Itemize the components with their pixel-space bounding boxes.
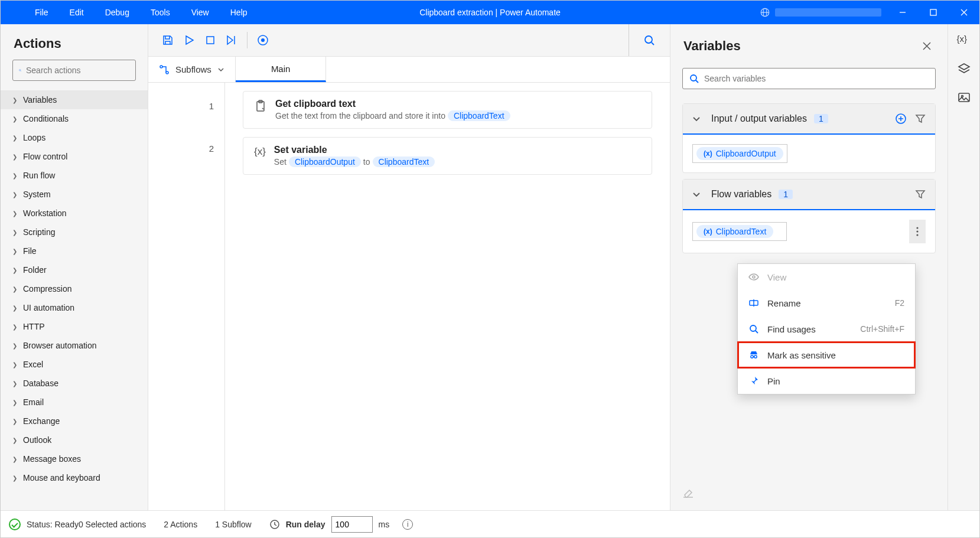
- var-chip: ClipboardText: [448, 110, 510, 121]
- cat-outlook[interactable]: ❯Outlook: [1, 431, 148, 449]
- menu-view[interactable]: View: [181, 1, 220, 24]
- action-step[interactable]: Get clipboard text Get the text from the…: [243, 91, 652, 129]
- cat-browser-automation[interactable]: ❯Browser automation: [1, 336, 148, 355]
- cat-http[interactable]: ❯HTTP: [1, 317, 148, 336]
- svg-point-19: [750, 325, 756, 331]
- variable-more-button[interactable]: [909, 220, 926, 243]
- ms-label: ms: [379, 520, 390, 529]
- count-badge: 1: [814, 114, 828, 123]
- variables-search[interactable]: [682, 68, 936, 89]
- cat-email[interactable]: ❯Email: [1, 393, 148, 412]
- ctx-mark-sensitive[interactable]: Mark as sensitive: [738, 342, 915, 368]
- cat-ui-automation[interactable]: ❯UI automation: [1, 298, 148, 317]
- menu-tools[interactable]: Tools: [140, 1, 181, 24]
- pin-icon: [748, 376, 759, 386]
- flow-search-icon[interactable]: [643, 34, 655, 46]
- svg-point-12: [691, 75, 696, 81]
- svg-point-15: [916, 230, 918, 232]
- cat-scripting[interactable]: ❯Scripting: [1, 223, 148, 242]
- save-button[interactable]: [157, 30, 178, 51]
- chevron-down-icon[interactable]: [692, 115, 701, 123]
- flow-variables-section: Flow variables 1 (x)ClipboardText: [682, 179, 936, 253]
- svg-point-6: [261, 38, 265, 42]
- layers-icon[interactable]: [957, 62, 971, 76]
- maximize-button[interactable]: [918, 1, 949, 24]
- filter-icon[interactable]: [915, 189, 926, 200]
- cat-variables[interactable]: ❯Variables: [1, 90, 148, 109]
- cat-mouse-kb[interactable]: ❯Mouse and keyboard: [1, 468, 148, 487]
- cat-system[interactable]: ❯System: [1, 185, 148, 204]
- window-title: Clipboard extraction | Power Automate: [419, 8, 561, 17]
- image-icon[interactable]: [957, 90, 971, 105]
- variables-search-input[interactable]: [704, 74, 929, 83]
- cat-run-flow[interactable]: ❯Run flow: [1, 166, 148, 185]
- variable-pill[interactable]: (x)ClipboardText: [696, 225, 773, 238]
- status-ok-icon: [9, 519, 21, 530]
- right-rail: {x}: [948, 24, 979, 510]
- run-button[interactable]: [178, 30, 200, 51]
- io-variables-section: Input / output variables 1 (x)ClipboardO…: [682, 103, 936, 173]
- search-icon: [689, 73, 699, 84]
- close-pane-button[interactable]: [919, 38, 935, 54]
- tab-main[interactable]: Main: [236, 57, 327, 82]
- cat-folder[interactable]: ❯Folder: [1, 260, 148, 279]
- actions-search[interactable]: [12, 60, 136, 81]
- cat-conditionals[interactable]: ❯Conditionals: [1, 109, 148, 128]
- ctx-find-usages[interactable]: Find usagesCtrl+Shift+F: [738, 316, 915, 342]
- cat-compression[interactable]: ❯Compression: [1, 279, 148, 298]
- flow-canvas[interactable]: 1 2 Get clipboard text Get the text from…: [148, 83, 670, 510]
- actions-list[interactable]: ❯Variables ❯Conditionals ❯Loops ❯Flow co…: [1, 87, 148, 510]
- search-icon: [748, 324, 759, 334]
- chevron-down-icon[interactable]: [692, 190, 701, 198]
- environment-indicator[interactable]: [754, 7, 887, 18]
- var-chip: ClipboardOutput: [289, 156, 361, 167]
- subflows-count: 1 Subflow: [215, 520, 251, 529]
- cat-exchange[interactable]: ❯Exchange: [1, 412, 148, 431]
- cat-workstation[interactable]: ❯Workstation: [1, 204, 148, 223]
- count-badge: 1: [779, 190, 793, 199]
- info-icon[interactable]: i: [402, 519, 413, 530]
- variables-rail-button[interactable]: {x}: [957, 34, 971, 48]
- svg-rect-2: [930, 9, 936, 15]
- svg-point-21: [754, 356, 757, 358]
- run-delay-input[interactable]: [331, 516, 373, 533]
- cat-loops[interactable]: ❯Loops: [1, 128, 148, 147]
- action-step[interactable]: {x} Set variable Set ClipboardOutput to …: [243, 137, 652, 175]
- variable-slot[interactable]: (x)ClipboardOutput: [692, 144, 787, 163]
- ctx-rename[interactable]: RenameF2: [738, 290, 915, 316]
- cat-excel[interactable]: ❯Excel: [1, 355, 148, 374]
- main-menu: File Edit Debug Tools View Help: [1, 1, 258, 24]
- cat-database[interactable]: ❯Database: [1, 374, 148, 393]
- status-bar: Status: Ready 0 Selected actions 2 Actio…: [1, 510, 979, 537]
- ctx-pin[interactable]: Pin: [738, 368, 915, 394]
- variable-pill[interactable]: (x)ClipboardOutput: [696, 147, 783, 160]
- close-button[interactable]: [949, 1, 979, 24]
- variable-slot[interactable]: (x)ClipboardText: [692, 222, 787, 241]
- menu-file[interactable]: File: [24, 1, 59, 24]
- cat-file[interactable]: ❯File: [1, 242, 148, 260]
- globe-icon: [760, 7, 770, 18]
- actions-heading: Actions: [1, 24, 148, 60]
- stop-button[interactable]: [200, 30, 221, 51]
- menu-help[interactable]: Help: [220, 1, 258, 24]
- menu-edit[interactable]: Edit: [59, 1, 95, 24]
- cat-flow-control[interactable]: ❯Flow control: [1, 147, 148, 166]
- actions-search-input[interactable]: [26, 66, 129, 75]
- minimize-button[interactable]: [887, 1, 918, 24]
- svg-point-14: [916, 227, 918, 229]
- record-button[interactable]: [252, 30, 274, 51]
- step-button[interactable]: [221, 30, 242, 51]
- eye-icon: [748, 272, 759, 282]
- subflow-bar: Subflows Main: [148, 57, 670, 83]
- filter-icon[interactable]: [915, 113, 926, 124]
- line-2: 2: [148, 133, 224, 176]
- window-buttons: [887, 1, 979, 24]
- subflows-dropdown[interactable]: Subflows: [148, 57, 236, 82]
- svg-point-17: [753, 276, 755, 278]
- step-title: Get clipboard text: [275, 99, 641, 109]
- cat-message-boxes[interactable]: ❯Message boxes: [1, 449, 148, 468]
- rename-icon: [748, 298, 759, 308]
- eraser-icon[interactable]: [682, 487, 694, 498]
- menu-debug[interactable]: Debug: [95, 1, 140, 24]
- add-variable-button[interactable]: [895, 113, 907, 125]
